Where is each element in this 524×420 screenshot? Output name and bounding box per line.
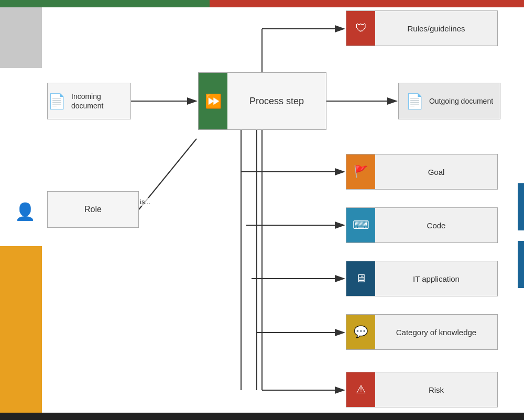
knowledge-icon-bg: 💬: [346, 315, 375, 349]
code-label: Code: [375, 208, 497, 242]
it-application-box: 🖥 IT application: [346, 261, 498, 296]
rules-label: Rules/guidelines: [375, 11, 497, 46]
knowledge-box: 💬 Category of knowledge: [346, 314, 498, 350]
risk-box: ⚠ Risk: [346, 372, 498, 407]
process-step-green-bg: ⏩: [199, 73, 227, 129]
bg-right-blue2: [518, 241, 524, 288]
code-icon: ⌨: [353, 218, 369, 232]
incoming-document-box: 📄 Incoming document: [47, 83, 131, 119]
person-icon: 👤: [15, 202, 36, 222]
role-box: Role: [47, 191, 139, 228]
goal-icon: 🚩: [354, 165, 368, 179]
it-application-label: IT application: [375, 261, 497, 296]
outgoing-document-box: 📄 Outgoing document: [398, 83, 500, 119]
goal-label: Goal: [375, 154, 497, 189]
risk-label: Risk: [375, 372, 497, 407]
process-step-label: Process step: [227, 73, 326, 129]
outgoing-doc-icon: 📄: [406, 93, 424, 110]
goal-icon-bg: 🚩: [346, 154, 375, 189]
rules-box: 🛡 Rules/guidelines: [346, 10, 498, 46]
outgoing-document-label: Outgoing document: [429, 96, 493, 106]
risk-icon-bg: ⚠: [346, 372, 375, 407]
bg-top-green: [0, 0, 210, 7]
bg-right-blue1: [518, 183, 524, 230]
it-icon-bg: 🖥: [346, 261, 375, 296]
code-icon-bg: ⌨: [346, 208, 375, 242]
incoming-document-label: Incoming document: [71, 92, 130, 110]
knowledge-label: Category of knowledge: [375, 315, 497, 349]
rules-icon-bg: 🛡: [346, 11, 375, 46]
bg-bottom-black: [0, 413, 524, 420]
is-relation-label: is...: [139, 198, 151, 206]
process-step-box: ⏩ Process step: [198, 72, 326, 130]
bg-top-red: [210, 0, 524, 7]
knowledge-icon: 💬: [354, 325, 368, 339]
shield-icon: 🛡: [355, 21, 367, 35]
goal-box: 🚩 Goal: [346, 154, 498, 190]
incoming-doc-icon: 📄: [48, 93, 66, 110]
monitor-icon: 🖥: [355, 272, 367, 285]
fast-forward-icon: ⏩: [205, 93, 222, 109]
warning-icon: ⚠: [356, 383, 366, 396]
code-box: ⌨ Code: [346, 207, 498, 243]
role-label: Role: [84, 205, 102, 214]
